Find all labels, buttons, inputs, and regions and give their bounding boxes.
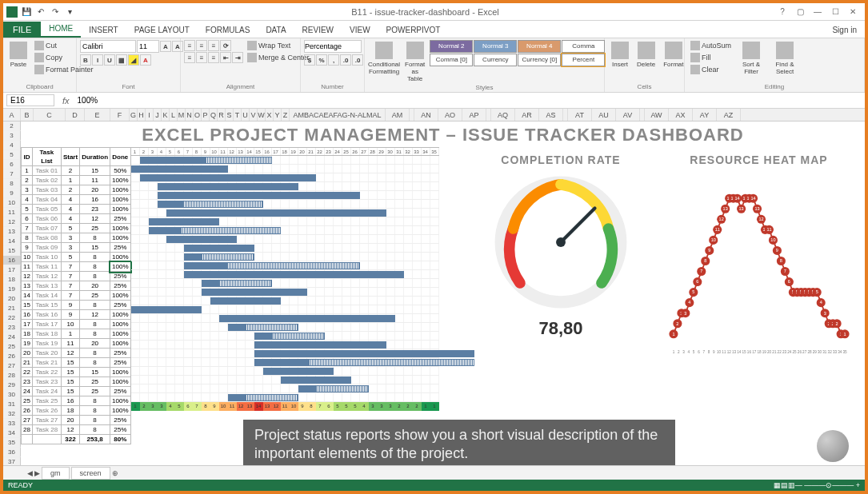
fill-color-button[interactable]: ◢ — [128, 54, 139, 66]
group-alignment: ≡ ≡ ≡ ⟳ ≡ ≡ ≡ ⇤ ⇥ Wrap Text Merge & Cent… — [181, 38, 301, 92]
fx-icon[interactable]: fx — [58, 96, 74, 106]
close-button[interactable]: ✕ — [844, 7, 862, 16]
sign-in-link[interactable]: Sign in — [824, 22, 865, 38]
autosum-button[interactable]: AutoSum — [688, 40, 734, 51]
formula-input[interactable]: 100% — [74, 95, 865, 106]
svg-text:21: 21 — [772, 350, 777, 354]
format-cells-button[interactable]: Format — [660, 40, 686, 70]
font-size-select[interactable] — [137, 40, 159, 53]
orientation-button[interactable]: ⟳ — [220, 40, 231, 51]
zoom-slider[interactable]: — ———⊙——— + — [795, 481, 860, 489]
italic-button[interactable]: I — [92, 54, 103, 66]
svg-text:3: 3 — [682, 350, 685, 354]
tab-data[interactable]: DATA — [258, 22, 294, 38]
bold-button[interactable]: B — [80, 54, 91, 66]
column-headers[interactable]: ABCDEFGHIJKLMNOPQRSTUVWXYZAMBACAEAFAG-N-… — [3, 109, 865, 122]
completion-gauge — [493, 174, 629, 310]
svg-text:3: 3 — [684, 311, 686, 316]
paste-button[interactable]: Paste — [6, 40, 30, 70]
comma-format-button[interactable]: , — [328, 54, 339, 66]
number-format-select[interactable] — [304, 40, 362, 53]
group-cells: Insert Delete Format Cells — [605, 38, 685, 92]
undo-button[interactable]: ↶ — [34, 5, 48, 19]
svg-text:1: 1 — [672, 332, 674, 337]
svg-text:13: 13 — [738, 206, 743, 211]
tab-page-layout[interactable]: PAGE LAYOUT — [126, 22, 198, 38]
new-sheet-button[interactable]: ⊕ — [112, 469, 118, 477]
increase-decimal-button[interactable]: .0 — [340, 54, 351, 66]
align-right-button[interactable]: ≡ — [208, 52, 219, 63]
heatmap-title: RESOURCE HEAT MAP — [653, 153, 865, 166]
tab-home[interactable]: HOME — [41, 21, 81, 38]
row-headers[interactable]: 2345678910111213141516171819202122232425… — [3, 122, 21, 494]
tab-nav-next[interactable]: ▶ — [34, 469, 40, 477]
clear-button[interactable]: Clear — [688, 64, 734, 75]
minimize-button[interactable]: — — [809, 7, 826, 16]
tab-powerpivot[interactable]: POWERPIVOT — [378, 22, 449, 38]
svg-text:5: 5 — [692, 289, 694, 294]
task-table[interactable]: IDTask ListStartDurationDone1Task 012155… — [21, 147, 131, 444]
font-color-button[interactable]: A — [140, 54, 151, 66]
fill-icon — [690, 53, 700, 62]
align-center-button[interactable]: ≡ — [196, 52, 207, 63]
formula-bar: E16 fx 100% — [3, 93, 865, 109]
ribbon-options-button[interactable]: ▢ — [791, 7, 809, 16]
accounting-format-button[interactable]: $ — [304, 54, 315, 66]
tab-insert[interactable]: INSERT — [81, 22, 126, 38]
font-name-select[interactable] — [80, 40, 136, 53]
tab-nav-prev[interactable]: ◀ — [27, 469, 33, 477]
find-icon — [776, 42, 794, 59]
save-button[interactable]: 💾 — [19, 5, 34, 19]
view-layout-button[interactable]: ▤ — [781, 481, 788, 489]
tab-file[interactable]: FILE — [3, 22, 41, 38]
align-left-button[interactable]: ≡ — [184, 52, 195, 63]
view-pagebreak-button[interactable]: ▥ — [788, 481, 795, 489]
percent-format-button[interactable]: % — [316, 54, 327, 66]
svg-text:25: 25 — [792, 350, 797, 354]
align-bottom-button[interactable]: ≡ — [208, 40, 219, 51]
worksheet[interactable]: ABCDEFGHIJKLMNOPQRSTUVWXYZAMBACAEAFAG-N-… — [3, 109, 865, 122]
sort-filter-button[interactable]: Sort & Filter — [735, 40, 767, 77]
svg-text:2: 2 — [677, 350, 679, 354]
group-styles: Conditional Formatting Format as Table N… — [365, 38, 605, 92]
sheet-tab[interactable]: screen — [71, 467, 110, 480]
svg-text:4: 4 — [688, 301, 690, 305]
tab-formulas[interactable]: FORMULAS — [198, 22, 258, 38]
conditional-icon — [375, 42, 393, 59]
tab-view[interactable]: VIEW — [342, 22, 378, 38]
find-select-button[interactable]: Find & Select — [769, 40, 801, 77]
decrease-decimal-button[interactable]: .0 — [352, 54, 363, 66]
svg-text:31: 31 — [822, 350, 827, 354]
delete-cells-button[interactable]: Delete — [634, 40, 658, 70]
underline-button[interactable]: U — [104, 54, 115, 66]
ribbon-tabs: FILE HOME INSERT PAGE LAYOUT FORMULAS DA… — [3, 21, 865, 38]
format-as-table-button[interactable]: Format as Table — [402, 40, 428, 84]
fill-button[interactable]: Fill — [688, 52, 734, 63]
help-button[interactable]: ? — [774, 7, 791, 16]
svg-text:13: 13 — [722, 206, 727, 211]
align-middle-button[interactable]: ≡ — [196, 40, 207, 51]
paste-icon — [10, 42, 27, 59]
increase-indent-button[interactable]: ⇥ — [232, 52, 243, 63]
grow-font-button[interactable]: A — [160, 41, 171, 52]
border-button[interactable]: ▦ — [116, 54, 127, 66]
conditional-formatting-button[interactable]: Conditional Formatting — [368, 40, 400, 77]
redo-button[interactable]: ↷ — [48, 5, 62, 19]
delete-icon — [638, 42, 655, 59]
sigma-icon — [690, 41, 700, 50]
cursor-effect-icon — [817, 430, 849, 462]
tab-review[interactable]: REVIEW — [294, 22, 342, 38]
maximize-button[interactable]: ☐ — [826, 7, 844, 16]
name-box[interactable]: E16 — [6, 94, 54, 106]
sheet-tab[interactable]: gm — [42, 467, 70, 480]
view-normal-button[interactable]: ▦ — [774, 481, 781, 489]
insert-icon — [611, 42, 629, 59]
align-top-button[interactable]: ≡ — [184, 40, 195, 51]
quick-access-toolbar: 💾 ↶ ↷ ▾ B11 - issue-tracker-dashboard - … — [3, 3, 865, 21]
qat-more-button[interactable]: ▾ — [62, 5, 77, 19]
svg-text:11: 11 — [714, 227, 719, 232]
insert-cells-button[interactable]: Insert — [608, 40, 632, 70]
svg-text:10: 10 — [710, 237, 715, 242]
decrease-indent-button[interactable]: ⇤ — [220, 52, 231, 63]
cell-styles-gallery[interactable]: Normal 2Normal 3Normal 4CommaComma [0]Cu… — [430, 40, 605, 66]
